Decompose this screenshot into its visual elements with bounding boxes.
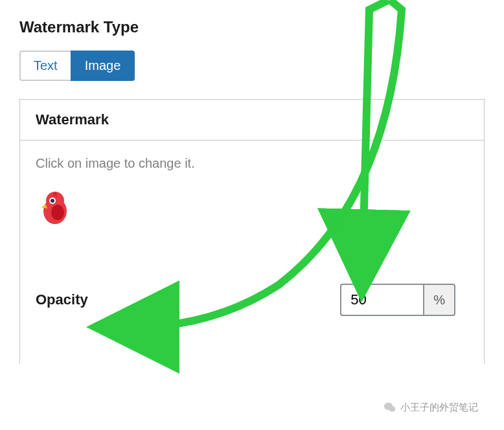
opacity-row: Opacity % [36,284,468,316]
tab-text[interactable]: Text [19,51,71,81]
watermark-type-tabs: Text Image [19,51,135,81]
opacity-label: Opacity [36,291,88,308]
panel-header: Watermark [20,100,484,141]
opacity-input-group: % [340,284,455,316]
watermark-panel: Watermark Click on image to change it. O… [19,99,485,364]
opacity-input[interactable] [340,284,424,316]
svg-point-4 [51,205,64,220]
wechat-icon [384,401,396,414]
svg-point-3 [51,199,54,203]
help-text: Click on image to change it. [36,156,468,171]
credit-watermark: 小王子的外贸笔记 [384,401,478,414]
svg-point-6 [389,406,395,411]
panel-body: Click on image to change it. Opacity % [20,141,484,364]
tab-image[interactable]: Image [71,51,135,81]
opacity-suffix: % [424,284,455,316]
section-title: Watermark Type [19,18,485,36]
watermark-image-preview[interactable] [36,187,74,225]
bird-icon [36,187,74,225]
credit-text: 小王子的外贸笔记 [400,402,478,414]
